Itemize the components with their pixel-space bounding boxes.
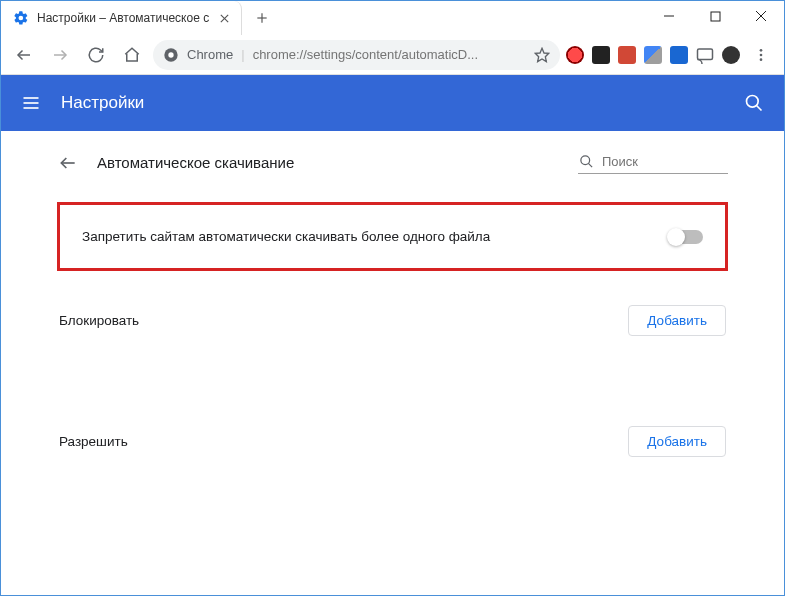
settings-title: Настройки [61, 93, 742, 113]
browser-menu-button[interactable] [746, 40, 776, 70]
browser-toolbar: Chrome | chrome://settings/content/autom… [1, 35, 784, 75]
svg-point-20 [747, 96, 759, 108]
menu-icon[interactable] [19, 91, 43, 115]
close-icon[interactable] [217, 11, 231, 25]
minimize-button[interactable] [646, 1, 692, 31]
close-window-button[interactable] [738, 1, 784, 31]
svg-point-11 [168, 52, 173, 57]
extension-icons [566, 46, 740, 64]
svg-line-21 [757, 106, 762, 111]
home-button[interactable] [117, 40, 147, 70]
add-allowed-button[interactable]: Добавить [628, 426, 726, 457]
page-search[interactable] [578, 151, 728, 174]
address-bar[interactable]: Chrome | chrome://settings/content/autom… [153, 40, 560, 70]
gear-icon [13, 10, 29, 26]
extension-icon-4[interactable] [644, 46, 662, 64]
browser-tab[interactable]: Настройки – Автоматическое с [1, 1, 242, 35]
reload-button[interactable] [81, 40, 111, 70]
add-blocked-button[interactable]: Добавить [628, 305, 726, 336]
toggle-label: Запретить сайтам автоматически скачивать… [82, 229, 669, 244]
back-arrow-icon[interactable] [57, 152, 79, 174]
svg-rect-5 [711, 12, 720, 21]
toggle-knob [667, 228, 685, 246]
star-icon[interactable] [534, 47, 550, 63]
svg-point-15 [760, 53, 763, 56]
extension-icon-2[interactable] [592, 46, 610, 64]
svg-rect-13 [698, 49, 713, 60]
svg-point-14 [760, 49, 763, 52]
nav-forward-button[interactable] [45, 40, 75, 70]
extension-icon-5[interactable] [670, 46, 688, 64]
tab-title: Настройки – Автоматическое с [37, 11, 209, 25]
search-icon [578, 153, 594, 169]
auto-download-toggle[interactable] [669, 230, 703, 244]
svg-point-16 [760, 58, 763, 61]
allow-section-label: Разрешить [59, 434, 628, 449]
avatar-icon[interactable] [722, 46, 740, 64]
url-scheme-label: Chrome [187, 47, 233, 62]
maximize-button[interactable] [692, 1, 738, 31]
search-icon[interactable] [742, 91, 766, 115]
search-input[interactable] [602, 154, 712, 169]
allow-section: Разрешить Добавить [57, 426, 728, 457]
extension-icon-1[interactable] [566, 46, 584, 64]
block-section: Блокировать Добавить [57, 305, 728, 336]
chrome-icon [163, 47, 179, 63]
extension-icon-3[interactable] [618, 46, 636, 64]
window-titlebar: Настройки – Автоматическое с [1, 1, 784, 35]
main-toggle-row: Запретить сайтам автоматически скачивать… [57, 202, 728, 271]
cast-icon[interactable] [696, 46, 714, 64]
separator: | [241, 47, 244, 62]
page-title: Автоматическое скачивание [97, 154, 560, 171]
svg-line-24 [588, 163, 592, 167]
block-section-label: Блокировать [59, 313, 628, 328]
nav-back-button[interactable] [9, 40, 39, 70]
settings-header: Настройки [1, 75, 784, 131]
window-controls [646, 1, 784, 31]
svg-point-23 [580, 155, 589, 164]
url-text: chrome://settings/content/automaticD... [253, 47, 526, 62]
page-subheader: Автоматическое скачивание [57, 151, 728, 174]
settings-content: Автоматическое скачивание Запретить сайт… [1, 131, 784, 457]
new-tab-button[interactable] [248, 4, 276, 32]
svg-marker-12 [535, 48, 548, 61]
